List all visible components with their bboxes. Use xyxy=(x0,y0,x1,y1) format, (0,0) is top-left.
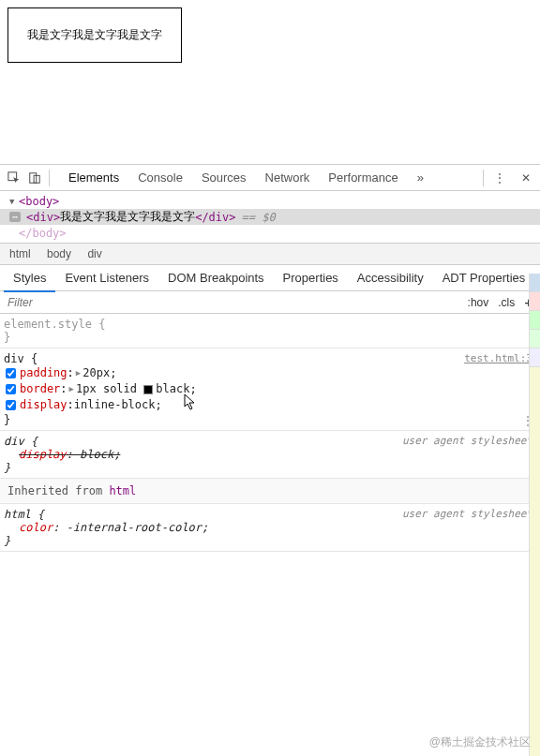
tab-console[interactable]: Console xyxy=(128,165,192,190)
devtools-tabs: Elements Console Sources Network Perform… xyxy=(59,165,483,190)
selection-marker-icon: ⋯ xyxy=(9,212,21,222)
watermark: @稀土掘金技术社区 xyxy=(429,734,531,750)
menu-icon[interactable]: ⋮ xyxy=(489,168,510,188)
dom-body-open[interactable]: ▼ <body> xyxy=(0,193,540,209)
devtools-toolbar: Elements Console Sources Network Perform… xyxy=(0,165,540,191)
styles-subtabs: Styles Event Listeners DOM Breakpoints P… xyxy=(0,265,540,291)
devtools-panel: Elements Console Sources Network Perform… xyxy=(0,164,540,552)
rule-origin-ua: user agent stylesheet xyxy=(402,435,532,447)
demo-div[interactable]: 我是文字我是文字我是文字 xyxy=(8,7,182,63)
crumb-div[interactable]: div xyxy=(87,247,101,260)
dom-tree[interactable]: ▼ <body> ⋯ <div> 我是文字我是文字我是文字 </div> == … xyxy=(0,191,540,244)
subtab-adt-properties[interactable]: ADT Properties xyxy=(433,265,535,290)
rule-origin-link[interactable]: test.html:3 xyxy=(464,352,532,364)
tab-sources[interactable]: Sources xyxy=(192,165,256,190)
rule-element-style[interactable]: element.style { } xyxy=(0,314,540,348)
device-toggle-icon[interactable] xyxy=(24,168,45,188)
tab-network[interactable]: Network xyxy=(256,165,320,190)
close-icon[interactable]: ✕ xyxy=(516,168,536,188)
rule-div-ua[interactable]: user agent stylesheet div { display: blo… xyxy=(0,431,540,479)
chevron-down-icon[interactable]: ▼ xyxy=(9,197,19,206)
subtab-accessibility[interactable]: Accessibility xyxy=(348,265,433,290)
subtab-dom-breakpoints[interactable]: DOM Breakpoints xyxy=(158,265,274,290)
dom-body-close[interactable]: </body> xyxy=(0,225,540,241)
crumb-html[interactable]: html xyxy=(9,247,31,260)
tab-elements[interactable]: Elements xyxy=(59,165,128,190)
styles-pane: element.style { } test.html:3 div { padd… xyxy=(0,314,540,552)
inherited-from-label: Inherited from html xyxy=(0,479,540,504)
breadcrumb: html body div xyxy=(0,244,540,265)
hov-toggle[interactable]: :hov xyxy=(468,296,489,309)
toggle-border[interactable] xyxy=(6,384,16,394)
expand-icon[interactable]: ▶ xyxy=(69,381,74,397)
styles-filter-input[interactable] xyxy=(8,296,468,309)
svg-rect-1 xyxy=(30,172,37,183)
overview-ruler[interactable] xyxy=(529,274,540,756)
cls-toggle[interactable]: .cls xyxy=(498,296,515,309)
expand-icon[interactable]: ▶ xyxy=(76,365,81,381)
rule-origin-ua: user agent stylesheet xyxy=(402,508,532,520)
filter-bar: :hov .cls + xyxy=(0,291,540,314)
crumb-body[interactable]: body xyxy=(47,247,71,260)
rendered-page: 我是文字我是文字我是文字 xyxy=(0,0,540,164)
subtab-styles[interactable]: Styles xyxy=(4,265,55,292)
tab-performance[interactable]: Performance xyxy=(319,165,407,190)
toggle-padding[interactable] xyxy=(6,368,16,378)
rule-html-ua[interactable]: user agent stylesheet html { color: -int… xyxy=(0,504,540,552)
color-swatch-icon[interactable] xyxy=(143,385,153,394)
rule-div-author[interactable]: test.html:3 div { padding:▶20px; border:… xyxy=(0,348,540,431)
toggle-display[interactable] xyxy=(6,400,16,410)
inspect-icon[interactable] xyxy=(4,168,24,188)
tab-overflow[interactable]: » xyxy=(408,165,433,190)
dom-selected-div[interactable]: ⋯ <div> 我是文字我是文字我是文字 </div> == $0 xyxy=(0,209,540,225)
subtab-event-listeners[interactable]: Event Listeners xyxy=(55,265,158,290)
subtab-properties[interactable]: Properties xyxy=(274,265,348,290)
